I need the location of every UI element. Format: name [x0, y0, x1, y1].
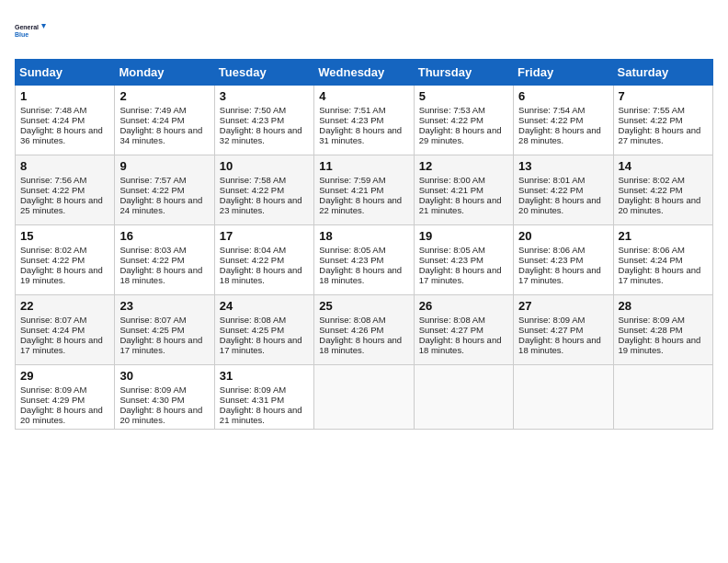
sunset-label: Sunset: 4:23 PM	[220, 115, 284, 125]
sunset-label: Sunset: 4:22 PM	[518, 115, 583, 125]
calendar-cell: 12Sunrise: 8:00 AMSunset: 4:21 PMDayligh…	[414, 155, 513, 225]
sunset-label: Sunset: 4:21 PM	[419, 185, 483, 195]
daylight-label: Daylight: 8 hours and 22 minutes.	[319, 195, 402, 215]
calendar-cell: 15Sunrise: 8:02 AMSunset: 4:22 PMDayligh…	[16, 225, 115, 295]
sunrise-label: Sunrise: 8:02 AM	[20, 245, 86, 255]
weekday-header: Sunday	[16, 60, 115, 86]
sunrise-label: Sunrise: 8:09 AM	[220, 385, 286, 395]
daylight-label: Daylight: 8 hours and 17 minutes.	[619, 265, 701, 285]
day-number: 31	[220, 369, 309, 383]
calendar-cell: 20Sunrise: 8:06 AMSunset: 4:23 PMDayligh…	[514, 225, 613, 295]
sunrise-label: Sunrise: 8:00 AM	[419, 175, 485, 185]
calendar-cell: 4Sunrise: 7:51 AMSunset: 4:23 PMDaylight…	[314, 86, 414, 155]
svg-text:General: General	[15, 24, 39, 30]
sunrise-label: Sunrise: 8:09 AM	[20, 385, 86, 395]
sunset-label: Sunset: 4:27 PM	[518, 325, 583, 335]
day-number: 4	[319, 89, 408, 103]
sunset-label: Sunset: 4:24 PM	[619, 255, 683, 265]
header: GeneralBlue	[15, 15, 713, 48]
calendar-cell	[514, 365, 613, 430]
calendar-cell: 18Sunrise: 8:05 AMSunset: 4:23 PMDayligh…	[314, 225, 414, 295]
calendar-cell: 16Sunrise: 8:03 AMSunset: 4:22 PMDayligh…	[115, 225, 214, 295]
sunset-label: Sunset: 4:30 PM	[119, 395, 184, 405]
day-number: 8	[20, 159, 109, 173]
calendar-container: GeneralBlue SundayMondayTuesdayWednesday…	[0, 0, 728, 439]
sunrise-label: Sunrise: 8:06 AM	[518, 245, 585, 255]
day-number: 12	[419, 159, 508, 173]
sunrise-label: Sunrise: 7:56 AM	[20, 175, 86, 185]
svg-marker-2	[41, 24, 46, 29]
sunrise-label: Sunrise: 7:55 AM	[619, 105, 685, 115]
day-number: 10	[220, 159, 309, 173]
daylight-label: Daylight: 8 hours and 28 minutes.	[518, 125, 601, 145]
day-number: 11	[319, 159, 408, 173]
sunrise-label: Sunrise: 8:07 AM	[119, 315, 186, 325]
sunrise-label: Sunrise: 8:09 AM	[619, 315, 685, 325]
day-number: 24	[220, 299, 309, 313]
sunset-label: Sunset: 4:22 PM	[220, 185, 284, 195]
sunset-label: Sunset: 4:22 PM	[619, 115, 683, 125]
day-number: 3	[220, 89, 309, 103]
daylight-label: Daylight: 8 hours and 18 minutes.	[419, 335, 502, 355]
daylight-label: Daylight: 8 hours and 17 minutes.	[220, 335, 302, 355]
daylight-label: Daylight: 8 hours and 17 minutes.	[518, 265, 601, 285]
daylight-label: Daylight: 8 hours and 19 minutes.	[619, 335, 701, 355]
calendar-cell: 21Sunrise: 8:06 AMSunset: 4:24 PMDayligh…	[613, 225, 712, 295]
weekday-header: Thursday	[414, 60, 513, 86]
weekday-header: Friday	[514, 60, 613, 86]
day-number: 6	[518, 89, 608, 103]
sunset-label: Sunset: 4:22 PM	[20, 255, 85, 265]
daylight-label: Daylight: 8 hours and 20 minutes.	[619, 195, 701, 215]
sunrise-label: Sunrise: 8:08 AM	[220, 315, 286, 325]
calendar-cell	[314, 365, 414, 430]
daylight-label: Daylight: 8 hours and 25 minutes.	[20, 195, 103, 215]
sunset-label: Sunset: 4:23 PM	[319, 115, 383, 125]
logo-icon: GeneralBlue	[15, 15, 48, 48]
sunrise-label: Sunrise: 7:50 AM	[220, 105, 286, 115]
sunset-label: Sunset: 4:22 PM	[20, 185, 85, 195]
daylight-label: Daylight: 8 hours and 18 minutes.	[319, 265, 402, 285]
calendar-week-row: 29Sunrise: 8:09 AMSunset: 4:29 PMDayligh…	[16, 365, 713, 430]
calendar-cell: 17Sunrise: 8:04 AMSunset: 4:22 PMDayligh…	[214, 225, 313, 295]
calendar-cell: 30Sunrise: 8:09 AMSunset: 4:30 PMDayligh…	[115, 365, 214, 430]
sunrise-label: Sunrise: 8:05 AM	[319, 245, 385, 255]
calendar-cell: 23Sunrise: 8:07 AMSunset: 4:25 PMDayligh…	[115, 295, 214, 365]
day-number: 29	[20, 369, 109, 383]
calendar-table: SundayMondayTuesdayWednesdayThursdayFrid…	[15, 59, 713, 430]
calendar-cell: 24Sunrise: 8:08 AMSunset: 4:25 PMDayligh…	[214, 295, 313, 365]
sunset-label: Sunset: 4:29 PM	[20, 395, 85, 405]
daylight-label: Daylight: 8 hours and 17 minutes.	[119, 335, 202, 355]
day-number: 1	[20, 89, 109, 103]
calendar-cell: 25Sunrise: 8:08 AMSunset: 4:26 PMDayligh…	[314, 295, 414, 365]
calendar-cell: 9Sunrise: 7:57 AMSunset: 4:22 PMDaylight…	[115, 155, 214, 225]
sunset-label: Sunset: 4:25 PM	[119, 325, 184, 335]
sunset-label: Sunset: 4:24 PM	[119, 115, 184, 125]
sunrise-label: Sunrise: 8:04 AM	[220, 245, 286, 255]
sunset-label: Sunset: 4:22 PM	[119, 185, 184, 195]
daylight-label: Daylight: 8 hours and 24 minutes.	[119, 195, 202, 215]
daylight-label: Daylight: 8 hours and 19 minutes.	[20, 265, 103, 285]
daylight-label: Daylight: 8 hours and 20 minutes.	[20, 405, 103, 425]
sunset-label: Sunset: 4:22 PM	[119, 255, 184, 265]
daylight-label: Daylight: 8 hours and 23 minutes.	[220, 195, 302, 215]
day-number: 14	[619, 159, 708, 173]
daylight-label: Daylight: 8 hours and 20 minutes.	[119, 405, 202, 425]
sunrise-label: Sunrise: 8:06 AM	[619, 245, 685, 255]
sunrise-label: Sunrise: 8:09 AM	[119, 385, 186, 395]
sunset-label: Sunset: 4:27 PM	[419, 325, 483, 335]
sunrise-label: Sunrise: 8:05 AM	[419, 245, 485, 255]
calendar-week-row: 15Sunrise: 8:02 AMSunset: 4:22 PMDayligh…	[16, 225, 713, 295]
day-number: 17	[220, 229, 309, 243]
sunrise-label: Sunrise: 7:59 AM	[319, 175, 385, 185]
calendar-cell	[414, 365, 513, 430]
weekday-header: Monday	[115, 60, 214, 86]
sunrise-label: Sunrise: 8:08 AM	[319, 315, 385, 325]
calendar-cell: 13Sunrise: 8:01 AMSunset: 4:22 PMDayligh…	[514, 155, 613, 225]
calendar-cell: 22Sunrise: 8:07 AMSunset: 4:24 PMDayligh…	[16, 295, 115, 365]
logo: GeneralBlue	[15, 15, 48, 48]
sunset-label: Sunset: 4:23 PM	[518, 255, 583, 265]
day-number: 28	[619, 299, 708, 313]
calendar-cell: 2Sunrise: 7:49 AMSunset: 4:24 PMDaylight…	[115, 86, 214, 155]
calendar-cell: 14Sunrise: 8:02 AMSunset: 4:22 PMDayligh…	[613, 155, 712, 225]
day-number: 30	[119, 369, 209, 383]
